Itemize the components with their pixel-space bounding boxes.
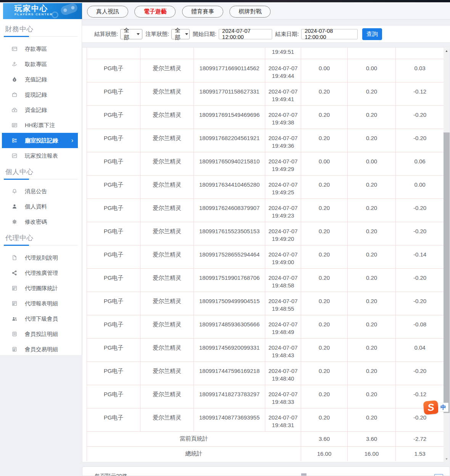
- cell-bet-amount: 0.20: [301, 268, 348, 292]
- sidebar-item-agent-sub-members[interactable]: 代理下級會員: [0, 311, 82, 326]
- current-page-box[interactable]: [434, 474, 443, 476]
- agent-menu: 代理規則說明 代理推廣管理 代理團隊統計 代理報表明細 代理下級會員 會員投註明…: [0, 245, 82, 357]
- sidebar-item-agent-report-detail[interactable]: 代理報表明細: [0, 296, 82, 311]
- bet-records-panel: 19:49:51 PG电子 爱尔兰精灵 1809917716690114562 …: [82, 47, 450, 462]
- sidebar-item-room-bet-record[interactable]: 廳室投註記錄 ›: [2, 133, 78, 148]
- bell-icon: [11, 188, 18, 194]
- cell-bet-time: 2024-07-07 19:48:33: [265, 385, 301, 408]
- sidebar-item-agent-team-stats[interactable]: 代理團隊統計: [0, 281, 82, 296]
- cell-profit: 0.03: [396, 59, 444, 82]
- money-bag-icon: [11, 76, 18, 82]
- cell-provider: PG电子: [87, 315, 140, 338]
- sogou-ime-icon[interactable]: S: [423, 400, 439, 415]
- cell-game: 爱尔兰精灵: [140, 385, 194, 408]
- sidebar-item-change-password[interactable]: 修改密碼: [0, 214, 82, 229]
- sidebar-item-lottery-bets[interactable]: HH彩票下注: [0, 118, 82, 133]
- cell-valid-amount: 0.20: [348, 408, 396, 431]
- person-icon: [11, 203, 18, 210]
- cell-profit: -0.20: [396, 222, 444, 245]
- share-icon: [11, 270, 18, 276]
- total-summary-bet: 16.00: [301, 446, 348, 461]
- order-status-select[interactable]: 全部: [171, 29, 190, 39]
- cell-bet-time: 2024-07-07 19:48:40: [265, 361, 301, 385]
- table-row: PG电子 爱尔兰精灵 1809917716690114562 2024-07-0…: [87, 59, 444, 82]
- cell-provider: PG电子: [87, 175, 140, 198]
- cell-provider: PG电子: [87, 152, 140, 175]
- cell-bet-amount: 0.20: [301, 222, 348, 245]
- cell-game: 爱尔兰精灵: [140, 338, 194, 361]
- cell-game: 爱尔兰精灵: [140, 361, 194, 385]
- cell-profit: -0.20: [396, 129, 444, 152]
- sidebar-header: 玩家中心 PLAYERS CENTER: [3, 3, 82, 19]
- settle-status-select[interactable]: 全部: [120, 29, 142, 39]
- cell-provider: PG电子: [87, 292, 140, 315]
- chevron-down-icon: [137, 33, 140, 35]
- cell-bet-time: 2024-07-07 19:49:29: [265, 152, 301, 175]
- cell-profit: 0.00: [396, 175, 444, 198]
- section-title-finance: 財務中心: [5, 24, 82, 34]
- cell-bet-amount: 0.20: [301, 175, 348, 198]
- cell-bet-id: 1809917418273783297: [194, 385, 265, 408]
- sidebar-item-profile[interactable]: 個人資料: [0, 199, 82, 214]
- tab-live-casino[interactable]: 真人視訊: [87, 6, 128, 18]
- tab-board-games[interactable]: 棋牌對戰: [229, 6, 271, 18]
- cell-bet-time: 2024-07-07 19:49:41: [265, 82, 301, 105]
- end-date-input[interactable]: 2024-07-08 12:00:00: [301, 29, 358, 39]
- ime-widget: S 中: [424, 401, 449, 416]
- cell-bet-amount: 0.20: [301, 385, 348, 408]
- table-row: PG电子 爱尔兰精灵 1809917682204561921 2024-07-0…: [87, 129, 444, 152]
- section-title-personal: 個人中心: [5, 167, 82, 176]
- sidebar-item-member-bet-detail[interactable]: 會員投註明細: [0, 326, 82, 342]
- page-summary-bet: 3.60: [301, 431, 348, 446]
- cell-game: 爱尔兰精灵: [140, 82, 194, 105]
- scroll-down-button[interactable]: ▼: [444, 457, 450, 461]
- cell-profit: -0.20: [396, 268, 444, 292]
- cell-valid-amount: 0.20: [348, 292, 396, 315]
- cell-bet-time: 2024-07-07 19:48:58: [265, 268, 301, 292]
- cell-bet-amount: 0.20: [301, 245, 348, 268]
- sidebar-item-withdraw[interactable]: 取款專區: [0, 56, 82, 72]
- table-row: PG电子 爱尔兰精灵 1809917456920099331 2024-07-0…: [87, 338, 444, 361]
- cell-provider: PG电子: [87, 245, 140, 268]
- cell-provider: PG电子: [87, 268, 140, 292]
- cell-provider: PG电子: [87, 222, 140, 245]
- tab-sports[interactable]: 體育賽事: [182, 6, 223, 18]
- pagination-control[interactable]: [301, 473, 306, 476]
- table-row: PG电子 爱尔兰精灵 1809917519901768706 2024-07-0…: [87, 268, 444, 292]
- sidebar-item-player-report[interactable]: 玩家投注報表: [0, 148, 82, 163]
- cell-provider: PG电子: [87, 129, 140, 152]
- withdraw-hand-icon: [11, 61, 18, 67]
- cell-valid-amount: 0.20: [348, 245, 396, 268]
- cell-bet-id: 1809917485936305666: [194, 315, 265, 338]
- vertical-scrollbar[interactable]: ▲ ▼: [444, 48, 450, 462]
- ime-lang-indicator[interactable]: 中: [438, 403, 448, 412]
- cell-bet-time: 2024-07-07 19:49:36: [265, 129, 301, 152]
- sidebar-item-agent-rules[interactable]: 代理規則說明: [0, 250, 82, 265]
- tab-slot-games[interactable]: 電子遊藝: [134, 6, 176, 18]
- sidebar-item-member-transaction-detail[interactable]: 會員交易明細: [0, 342, 82, 357]
- search-button[interactable]: 查詢: [362, 28, 382, 40]
- cell-profit: -0.12: [396, 82, 444, 105]
- room-bet-list-icon: [11, 137, 18, 144]
- start-date-input[interactable]: 2024-07-07 12:00:00: [219, 29, 272, 39]
- app-subtitle: PLAYERS CENTER: [15, 13, 82, 16]
- cell-valid-amount: 0.20: [348, 315, 396, 338]
- scrollbar-thumb[interactable]: [444, 132, 450, 413]
- table-row: PG电子 爱尔兰精灵 1809917634410465280 2024-07-0…: [87, 175, 444, 198]
- table-row: PG电子 爱尔兰精灵 1809917509499904515 2024-07-0…: [87, 292, 444, 315]
- sidebar-item-deposit[interactable]: 存款專區: [0, 41, 82, 56]
- cell-bet-amount: 0.20: [301, 338, 348, 361]
- cell-bet-amount: 0.20: [301, 129, 348, 152]
- cell-bet-id: 1809917650940215810: [194, 152, 265, 175]
- scroll-up-button[interactable]: ▲: [444, 49, 450, 53]
- end-date-label: 結束日期:: [275, 31, 299, 38]
- cell-bet-time: 19:49:51: [265, 48, 301, 59]
- sidebar-item-withdrawal-record[interactable]: 提現記錄: [0, 87, 82, 102]
- sidebar-item-announcements[interactable]: 消息公告: [0, 184, 82, 199]
- cell-profit: -0.20: [396, 105, 444, 129]
- sidebar-item-recharge-record[interactable]: 充值記錄: [0, 72, 82, 87]
- cell-profit: 0.04: [396, 338, 444, 361]
- sidebar-item-funds-record[interactable]: 資金記錄: [0, 102, 82, 118]
- sidebar-item-agent-promotion[interactable]: 代理推廣管理: [0, 265, 82, 281]
- cell-valid-amount: 0.00: [348, 59, 396, 82]
